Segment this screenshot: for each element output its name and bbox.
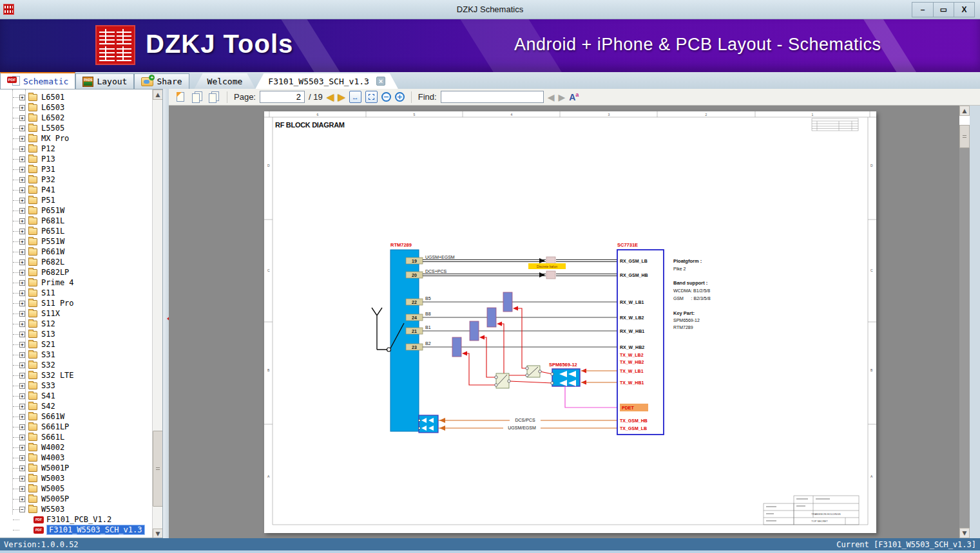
tree-item-folder[interactable]: P31: [0, 164, 152, 174]
tree-item-folder[interactable]: S11 Pro: [0, 298, 152, 308]
expand-icon[interactable]: [19, 404, 25, 409]
page-number-input[interactable]: [260, 91, 305, 103]
tree-item-folder[interactable]: S32: [0, 360, 152, 370]
fit-width-button[interactable]: ↔: [349, 91, 361, 103]
expand-icon[interactable]: [19, 146, 25, 152]
scrollbar-track[interactable]: [959, 116, 970, 125]
find-input[interactable]: [441, 91, 544, 103]
tree-item-folder[interactable]: L6503: [0, 102, 152, 113]
expand-icon[interactable]: [19, 383, 25, 389]
scrollbar-thumb[interactable]: [959, 125, 970, 148]
expand-icon[interactable]: [19, 455, 25, 461]
expand-icon[interactable]: [19, 414, 25, 420]
panel-splitter[interactable]: [163, 89, 169, 538]
expand-icon[interactable]: [19, 362, 25, 368]
tree-scrollbar[interactable]: ▲ ▼: [152, 89, 162, 538]
tree-item-folder[interactable]: S12: [0, 319, 152, 329]
tree-item-folder[interactable]: S661L: [0, 432, 152, 442]
tree-item-folder[interactable]: S31: [0, 350, 152, 360]
scroll-up-button[interactable]: ▲: [153, 89, 163, 100]
tree-item-folder[interactable]: W5005P: [0, 494, 152, 504]
expand-icon[interactable]: [19, 198, 25, 203]
next-page-button[interactable]: ▶: [338, 91, 345, 104]
tree-item-file[interactable]: F3101_PCB_V1.2: [0, 514, 152, 525]
tree-item-folder[interactable]: W4002: [0, 442, 152, 453]
find-previous-icon[interactable]: ◀: [548, 92, 555, 102]
minimize-button[interactable]: –: [912, 3, 933, 17]
view-scrollbar[interactable]: ▲ ▼: [959, 106, 970, 538]
tree-item-file-selected[interactable]: F3101_W5503_SCH_v1.3: [0, 525, 152, 535]
expand-icon[interactable]: [19, 321, 25, 327]
tree-item-folder-expanded[interactable]: W5503: [0, 504, 152, 514]
expand-icon[interactable]: [19, 342, 25, 348]
tree-item-folder[interactable]: P51: [0, 195, 152, 205]
maximize-button[interactable]: ▭: [933, 3, 954, 17]
expand-icon[interactable]: [19, 301, 25, 306]
tree-item-folder[interactable]: S41: [0, 391, 152, 401]
zoom-out-button[interactable]: −: [381, 92, 391, 102]
tree-item-folder[interactable]: P12: [0, 144, 152, 154]
collapse-icon[interactable]: [19, 507, 25, 512]
tree-item-folder[interactable]: P651W: [0, 205, 152, 216]
close-tab-icon[interactable]: [376, 77, 385, 86]
tree-item-folder[interactable]: P13: [0, 154, 152, 164]
tab-layout[interactable]: Layout: [75, 73, 134, 89]
tree-item-folder[interactable]: P651L: [0, 226, 152, 236]
tree-item-folder[interactable]: P41: [0, 185, 152, 195]
expand-icon[interactable]: [19, 424, 25, 430]
tree-item-folder[interactable]: S21: [0, 339, 152, 350]
tree-item-folder[interactable]: L6501: [0, 92, 152, 102]
expand-icon[interactable]: [19, 105, 25, 111]
tree-item-folder[interactable]: P682L: [0, 257, 152, 267]
expand-icon[interactable]: [19, 218, 25, 224]
tree-item-folder[interactable]: MX Pro: [0, 133, 152, 144]
tree-item-folder[interactable]: S661LP: [0, 422, 152, 432]
expand-icon[interactable]: [19, 115, 25, 121]
tab-schematic[interactable]: PDF Schematic: [0, 72, 75, 89]
expand-icon[interactable]: [19, 239, 25, 245]
tree-item-folder[interactable]: S661W: [0, 411, 152, 422]
tree-item-folder[interactable]: S13: [0, 329, 152, 339]
tree-item-folder[interactable]: S32 LTE: [0, 370, 152, 380]
expand-icon[interactable]: [19, 352, 25, 358]
tree-item-folder[interactable]: W4003: [0, 453, 152, 463]
tree-item-folder[interactable]: P681L: [0, 216, 152, 226]
expand-icon[interactable]: [19, 259, 25, 265]
expand-icon[interactable]: [19, 208, 25, 214]
expand-icon[interactable]: [19, 136, 25, 142]
expand-icon[interactable]: [19, 445, 25, 451]
tree-item-folder[interactable]: W5003: [0, 473, 152, 483]
copy-page-alt-icon[interactable]: [207, 91, 220, 104]
scroll-down-button[interactable]: ▼: [959, 528, 970, 538]
expand-icon[interactable]: [19, 290, 25, 296]
tree-item-folder[interactable]: P551W: [0, 236, 152, 247]
expand-icon[interactable]: [19, 486, 25, 492]
find-next-icon[interactable]: ▶: [558, 92, 565, 102]
tab-share[interactable]: Share: [134, 73, 189, 89]
fit-page-button[interactable]: [365, 91, 378, 103]
scrollbar-thumb[interactable]: [153, 431, 163, 507]
tree-item-folder[interactable]: P32: [0, 174, 152, 185]
expand-icon[interactable]: [19, 476, 25, 482]
tree-item-folder[interactable]: L6502: [0, 113, 152, 123]
expand-icon[interactable]: [19, 249, 25, 255]
expand-icon[interactable]: [19, 465, 25, 471]
expand-icon[interactable]: [19, 156, 25, 162]
expand-icon[interactable]: [19, 229, 25, 234]
scroll-down-button[interactable]: ▼: [153, 529, 163, 538]
match-case-icon[interactable]: Aa: [569, 91, 579, 102]
tree-item-folder[interactable]: W5001P: [0, 463, 152, 473]
expand-icon[interactable]: [19, 311, 25, 317]
close-button[interactable]: X: [954, 3, 974, 17]
expand-icon[interactable]: [19, 280, 25, 286]
expand-icon[interactable]: [19, 496, 25, 502]
tree-item-folder[interactable]: W5005: [0, 483, 152, 494]
expand-icon[interactable]: [19, 95, 25, 100]
expand-icon[interactable]: [19, 270, 25, 276]
tab-document[interactable]: F3101_W5503_SCH_v1.3: [255, 73, 398, 89]
tree-item-folder[interactable]: S11X: [0, 308, 152, 319]
tree-item-folder[interactable]: Prime 4: [0, 277, 152, 288]
expand-icon[interactable]: [19, 393, 25, 399]
expand-icon[interactable]: [19, 187, 25, 193]
expand-icon[interactable]: [19, 126, 25, 131]
